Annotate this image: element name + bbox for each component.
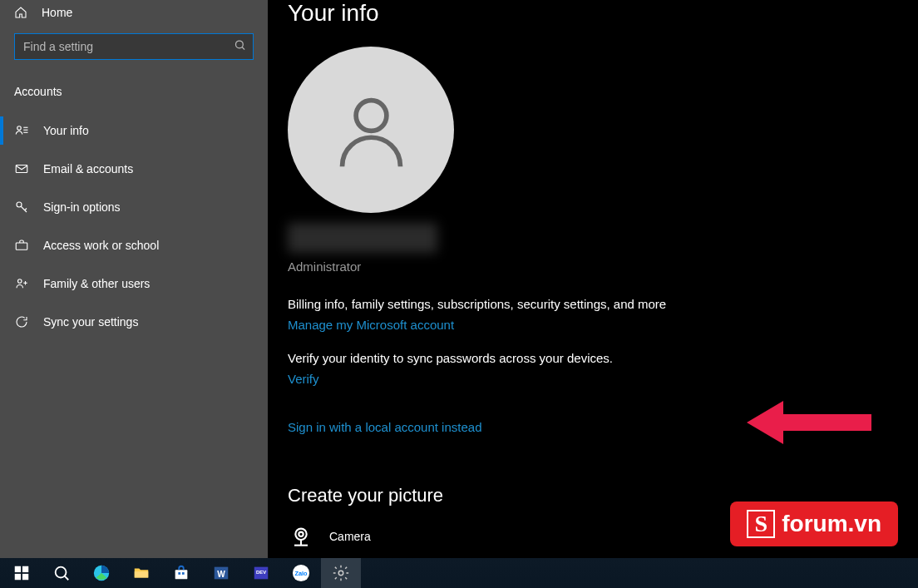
svg-text:DEV: DEV (256, 570, 266, 575)
sidebar-item-sync[interactable]: Sync your settings (0, 303, 268, 341)
watermark-logo: S (747, 510, 775, 538)
manage-account-link[interactable]: Manage my Microsoft account (288, 318, 454, 332)
person-icon (328, 86, 415, 174)
sidebar-item-label: Sign-in options (43, 200, 121, 214)
taskbar-settings[interactable] (321, 558, 361, 588)
svg-rect-6 (16, 166, 27, 173)
svg-point-20 (56, 567, 67, 578)
briefcase-icon (14, 238, 29, 253)
taskbar-search[interactable] (42, 558, 81, 588)
svg-rect-18 (15, 574, 21, 580)
home-label: Home (42, 6, 72, 19)
svg-text:Zalo: Zalo (294, 570, 308, 577)
mail-icon (14, 161, 29, 176)
windows-icon (12, 564, 31, 582)
taskbar-store[interactable] (161, 558, 201, 588)
annotation-arrow (747, 396, 871, 452)
svg-point-33 (338, 571, 343, 576)
verify-link[interactable]: Verify (288, 372, 319, 386)
page-title: Your info (288, 0, 918, 27)
sidebar-item-label: Family & other users (43, 277, 150, 290)
svg-point-15 (299, 532, 303, 536)
svg-text:W: W (217, 570, 225, 579)
home-button[interactable]: Home (0, 0, 268, 25)
settings-sidebar: Home Accounts Your info (0, 0, 268, 558)
gear-icon (332, 564, 350, 582)
zalo-icon: Zalo (292, 564, 310, 582)
edge-icon (92, 564, 111, 582)
sidebar-item-label: Sync your settings (43, 315, 138, 329)
svg-rect-24 (175, 570, 188, 579)
verify-text: Verify your identity to sync passwords a… (288, 351, 918, 365)
svg-point-12 (356, 100, 387, 131)
search-icon (52, 564, 71, 582)
svg-point-9 (18, 279, 22, 284)
taskbar-edge[interactable] (81, 558, 121, 588)
content-area: Your info Administrator Billing info, fa… (268, 0, 918, 558)
billing-text: Billing info, family settings, subscript… (288, 297, 918, 311)
camera-icon (288, 523, 314, 550)
camera-label: Camera (329, 530, 371, 543)
account-role: Administrator (288, 259, 918, 274)
svg-line-21 (65, 576, 69, 581)
sidebar-item-label: Your info (43, 124, 89, 137)
start-button[interactable] (2, 558, 42, 588)
svg-rect-16 (15, 566, 21, 572)
avatar (288, 47, 454, 213)
watermark-text: forum.vn (782, 511, 881, 537)
word-icon: W (212, 564, 230, 582)
category-heading: Accounts (0, 60, 268, 111)
sidebar-item-email[interactable]: Email & accounts (0, 150, 268, 188)
person-card-icon (14, 123, 29, 138)
taskbar-dev[interactable]: DEV (241, 558, 281, 588)
sync-icon (14, 314, 29, 329)
svg-point-14 (295, 529, 306, 540)
svg-point-2 (17, 126, 22, 131)
home-icon (14, 6, 27, 19)
folder-icon (132, 564, 151, 582)
sidebar-item-label: Email & accounts (43, 162, 133, 175)
search-input-wrapper[interactable] (14, 33, 254, 60)
svg-rect-26 (182, 572, 185, 575)
sidebar-item-your-info[interactable]: Your info (0, 111, 268, 150)
svg-point-7 (17, 202, 22, 207)
svg-marker-13 (747, 401, 871, 444)
taskbar-explorer[interactable] (121, 558, 161, 588)
svg-rect-23 (135, 571, 149, 577)
svg-rect-19 (22, 574, 28, 580)
sidebar-item-work[interactable]: Access work or school (0, 226, 268, 264)
svg-rect-25 (178, 572, 180, 575)
sidebar-item-label: Access work or school (43, 239, 159, 252)
taskbar-zalo[interactable]: Zalo (281, 558, 321, 588)
watermark-badge: S forum.vn (730, 502, 898, 546)
sidebar-item-family[interactable]: Family & other users (0, 264, 268, 303)
taskbar-word[interactable]: W (201, 558, 241, 588)
svg-rect-8 (16, 243, 27, 250)
dev-icon: DEV (252, 564, 270, 582)
key-icon (14, 200, 29, 215)
svg-rect-17 (22, 566, 28, 572)
search-input[interactable] (15, 34, 253, 59)
local-account-link[interactable]: Sign in with a local account instead (288, 420, 481, 434)
store-icon (172, 564, 190, 582)
taskbar: W DEV Zalo (0, 558, 918, 588)
sidebar-item-signin[interactable]: Sign-in options (0, 188, 268, 226)
family-icon (14, 276, 29, 291)
account-name-blurred (288, 223, 437, 253)
